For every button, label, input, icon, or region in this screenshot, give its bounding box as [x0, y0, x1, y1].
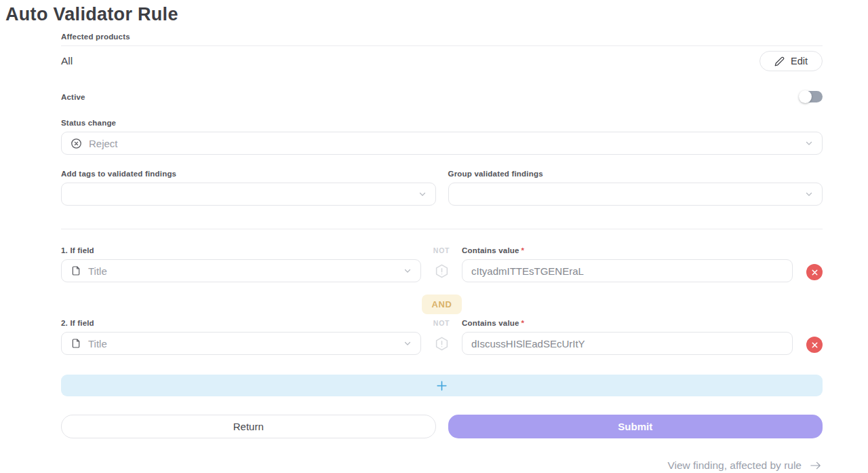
- if-field-1-select[interactable]: Title: [61, 259, 421, 282]
- delete-cell-1: [793, 261, 823, 284]
- contains-value-1-label: Contains value: [462, 246, 519, 254]
- chevron-down-icon: [403, 339, 412, 347]
- and-operator-badge[interactable]: AND: [422, 295, 462, 314]
- operator-row: AND: [61, 295, 823, 314]
- file-icon: [71, 338, 81, 349]
- if-field-1-label: 1. If field: [61, 246, 94, 254]
- delete-condition-1-button[interactable]: [806, 264, 823, 280]
- chevron-down-icon: [805, 139, 813, 147]
- not-label-2: NOT: [421, 319, 462, 327]
- if-field-2-select[interactable]: Title: [61, 332, 421, 355]
- if-field-2-value: Title: [88, 338, 107, 349]
- chevron-down-icon: [418, 190, 427, 198]
- group-findings-select[interactable]: [448, 183, 823, 206]
- not-cell-1: NOT: [421, 246, 462, 284]
- required-asterisk: *: [521, 246, 524, 254]
- affected-products-value: All: [61, 55, 73, 67]
- contains-value-2-label: Contains value: [462, 319, 519, 327]
- active-label: Active: [61, 93, 85, 101]
- exclamation-hexagon-icon: [434, 263, 450, 279]
- status-change-section: Status change Reject: [61, 119, 823, 155]
- contains-value-2: Contains value *: [462, 319, 793, 356]
- pencil-icon: [774, 56, 785, 67]
- view-finding-link-label: View finding, affected by rule: [667, 459, 802, 472]
- add-tags-select[interactable]: [61, 183, 436, 206]
- chevron-down-icon: [805, 190, 813, 198]
- section-divider: [61, 229, 823, 229]
- delete-cell-2: [793, 333, 823, 356]
- active-toggle[interactable]: [800, 91, 823, 102]
- x-icon: [811, 341, 818, 349]
- form-content: Affected products All Edit Active Status…: [61, 33, 823, 472]
- if-field-2-label: 2. If field: [61, 319, 94, 327]
- x-circle-icon: [71, 138, 82, 149]
- status-change-select[interactable]: Reject: [61, 132, 823, 155]
- group-findings-label: Group validated findings: [448, 170, 543, 178]
- chevron-down-icon: [403, 267, 412, 275]
- affected-products-label: Affected products: [61, 33, 823, 46]
- contains-value-2-input[interactable]: [462, 332, 793, 355]
- edit-button-label: Edit: [791, 56, 808, 67]
- view-finding-link[interactable]: View finding, affected by rule: [61, 459, 823, 472]
- affected-products-row: All Edit: [61, 46, 823, 71]
- tags-group-row: Add tags to validated findings Group val…: [61, 170, 823, 206]
- add-tags-label: Add tags to validated findings: [61, 170, 176, 178]
- active-row: Active: [61, 91, 823, 102]
- if-field-2: 2. If field Title: [61, 319, 421, 356]
- not-toggle-2[interactable]: [421, 332, 462, 355]
- submit-button[interactable]: Submit: [448, 415, 823, 438]
- condition-row-1: 1. If field Title NOT Contain: [61, 246, 823, 284]
- condition-row-2: 2. If field Title NOT Contain: [61, 319, 823, 356]
- toggle-knob: [799, 90, 812, 103]
- arrow-right-icon: [808, 460, 823, 471]
- required-asterisk: *: [521, 319, 524, 327]
- not-toggle-1[interactable]: [421, 259, 462, 282]
- delete-condition-2-button[interactable]: [806, 337, 823, 353]
- contains-value-1-input[interactable]: [462, 259, 793, 282]
- status-change-label: Status change: [61, 119, 116, 127]
- group-findings-field: Group validated findings: [448, 170, 823, 206]
- exclamation-hexagon-icon: [434, 336, 450, 352]
- file-icon: [71, 265, 81, 276]
- edit-button[interactable]: Edit: [760, 51, 823, 71]
- plus-icon: [435, 379, 448, 392]
- return-button[interactable]: Return: [61, 415, 436, 438]
- add-condition-button[interactable]: [61, 375, 823, 396]
- not-cell-2: NOT: [421, 319, 462, 356]
- if-field-1: 1. If field Title: [61, 246, 421, 284]
- add-tags-field: Add tags to validated findings: [61, 170, 436, 206]
- x-icon: [811, 269, 818, 276]
- if-field-1-value: Title: [88, 265, 107, 277]
- not-label-1: NOT: [421, 246, 462, 254]
- status-change-value: Reject: [89, 138, 118, 149]
- actions-row: Return Submit: [61, 415, 823, 438]
- page-title: Auto Validator Rule: [5, 4, 868, 25]
- contains-value-1: Contains value *: [462, 246, 793, 284]
